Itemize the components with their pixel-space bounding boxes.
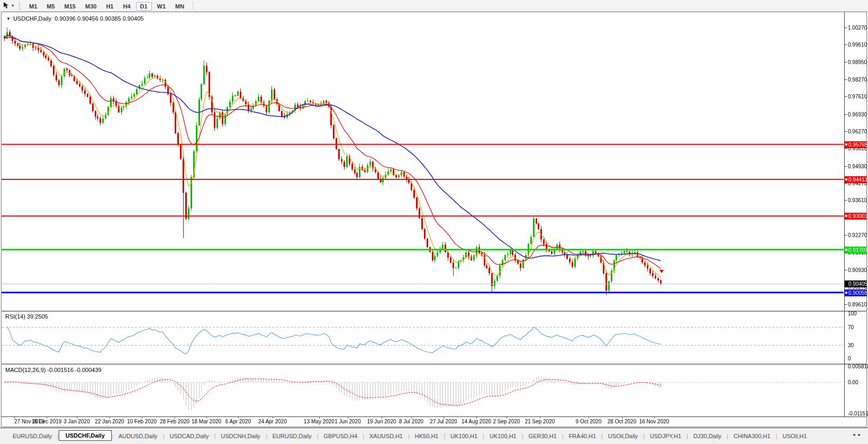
price-axis-tick	[845, 96, 847, 97]
price-line-label-notch	[845, 215, 847, 217]
tab-scroll-left-icon[interactable]: ◂	[853, 432, 858, 437]
rsi-axis-label: 70	[848, 324, 854, 330]
price-axis-tick	[845, 131, 847, 132]
price-line-label-notch	[845, 292, 847, 294]
time-axis-label: 19 Jun 2020	[367, 419, 396, 424]
price-line-label: 0.90405	[845, 280, 867, 287]
tab-9-UK100-H1[interactable]: UK100,H1	[445, 432, 483, 440]
time-axis-label: 10 Feb 2020	[127, 419, 157, 424]
tab-14-USDJPY-H1[interactable]: USDJPY,H1	[645, 432, 686, 440]
rsi-axis-label: 0	[848, 356, 851, 361]
price-axis-tick	[845, 270, 847, 270]
time-axis-label: 27 Jul 2020	[430, 419, 457, 424]
macd-axis-label: 0.00	[848, 379, 858, 385]
price-axis-tick	[845, 200, 847, 201]
price-axis-tick	[845, 79, 847, 80]
price-axis-label: 0.96930	[848, 112, 867, 117]
rsi-axis-label: 100	[848, 311, 857, 316]
down-arrow-marker	[659, 270, 664, 273]
time-axis-label: 13 May 2020	[304, 419, 334, 424]
tab-1-USDCHF-Daily[interactable]: USDCHF,Daily	[59, 430, 112, 441]
time-axis-line	[1, 416, 867, 417]
price-axis-tick	[845, 44, 847, 45]
tab-10-UK100-H1[interactable]: UK100,H1	[484, 432, 522, 440]
price-axis-label: 0.98270	[848, 77, 867, 83]
tab-6-GBPUSD-H4[interactable]: GBPUSD,H4	[319, 432, 363, 440]
tab-3-USDCAD-Daily[interactable]: USDCAD,Daily	[164, 432, 214, 440]
time-axis-label: 24 Apr 2020	[258, 419, 287, 424]
tab-15-DJ30-Daily[interactable]: DJ30,Daily	[688, 432, 727, 440]
macd-axis-label: -0.011514	[848, 411, 868, 416]
time-axis-label: 21 Sep 2020	[525, 419, 555, 424]
tab-scroll-arrows: ◂▸	[853, 432, 864, 437]
price-line-label: 0.90055	[845, 289, 867, 296]
tab-7-XAUUSD-H1[interactable]: XAUUSD,H1	[364, 432, 408, 440]
price-axis-tick	[845, 183, 847, 184]
price-axis-label: 0.92270	[848, 232, 867, 238]
price-axis-label: 0.90930	[848, 267, 867, 273]
tab-16-CHINA300-H1[interactable]: CHINA300,H1	[728, 432, 776, 440]
time-axis-label: 18 Mar 2020	[192, 419, 221, 424]
time-axis-label: 6 Apr 2020	[225, 419, 251, 424]
price-line-label: 0.95765	[845, 141, 867, 148]
price-axis-label: 0.94930	[848, 164, 867, 169]
pane-separator-rsi[interactable]	[1, 311, 867, 312]
time-axis-label: 16 Nov 2020	[639, 419, 670, 424]
price-axis-label: 0.98950	[848, 59, 867, 65]
price-line-label: 0.91709	[845, 247, 867, 253]
macd-values: -0.001516 -0.000439	[47, 367, 101, 373]
price-axis-label: 0.93610	[848, 197, 867, 203]
rsi-indicator-label: RSI(14) 39.2505	[5, 313, 48, 320]
price-axis-tick	[845, 28, 847, 28]
tab-0-EURUSD-Daily[interactable]: EURUSD,Daily	[7, 432, 57, 440]
tab-11-GER30-H1[interactable]: GER30,H1	[523, 432, 562, 440]
price-axis-label: 0.96270	[848, 129, 867, 134]
tab-scroll-right-icon[interactable]: ▸	[858, 432, 864, 437]
tab-8-HK50-H1[interactable]: HK50,H1	[410, 432, 444, 440]
chart-plot-canvas[interactable]	[0, 0, 868, 444]
price-axis-label: 0.97610	[848, 94, 867, 99]
rsi-axis-label: 30	[848, 342, 854, 348]
chart-title: ▼USDCHF,Daily 0.90396 0.90456 0.90385 0.…	[6, 15, 143, 22]
time-axis-label: 2 Sep 2020	[493, 419, 520, 424]
time-axis-label: 22 Jan 2020	[95, 419, 124, 424]
tab-5-EURUSD-Daily[interactable]: EURUSD,Daily	[267, 432, 317, 440]
price-axis-tick	[845, 304, 847, 305]
time-axis-label: 1 Jun 2020	[334, 419, 361, 424]
price-line-label: 0.93001	[845, 213, 867, 220]
price-line-label-notch	[845, 249, 847, 251]
chart-collapse-icon[interactable]: ▼	[6, 16, 11, 21]
price-axis-label: 1.00270	[848, 25, 867, 31]
price-axis-tick	[845, 62, 847, 62]
time-axis-label: 28 Feb 2020	[160, 419, 189, 424]
macd-indicator-label: MACD(12,26,9) -0.001516 -0.000439	[5, 367, 102, 373]
time-axis-label: 14 Aug 2020	[462, 419, 491, 424]
chart-ohlc-values: 0.90396 0.90456 0.90385 0.90405	[55, 15, 143, 22]
chart-symbol-label: USDCHF,Daily	[13, 15, 51, 22]
price-line-label: 0.94413	[845, 176, 867, 183]
price-axis-tick	[845, 235, 847, 235]
price-axis-tick	[845, 114, 847, 115]
pane-separator-macd[interactable]	[1, 364, 867, 365]
price-axis-label: 0.99610	[848, 42, 867, 48]
price-axis-tick	[845, 148, 847, 149]
time-axis-label: 3 Jan 2020	[64, 419, 90, 424]
tab-13-USOil-Daily[interactable]: USOil,Daily	[603, 432, 643, 440]
time-axis-label: 16 Dec 2019	[32, 419, 62, 424]
price-axis-tick	[845, 166, 847, 167]
tab-4-USDCNH-Daily[interactable]: USDCNH,Daily	[215, 432, 266, 440]
tab-2-AUDUSD-Daily[interactable]: AUDUSD,Daily	[113, 432, 163, 440]
tab-17-USOil-H1[interactable]: USOil,H1	[777, 432, 812, 440]
tab-12-FRA40-H1[interactable]: FRA40,H1	[564, 432, 601, 440]
time-axis-label: 28 Oct 2020	[608, 419, 636, 424]
price-axis-label: 0.89610	[848, 302, 867, 307]
rsi-value: 39.2505	[27, 313, 48, 320]
price-line-label-notch	[845, 178, 847, 180]
macd-axis-label: 0.005818	[848, 364, 868, 369]
time-axis-label: 9 Oct 2020	[576, 419, 602, 424]
price-line-label-notch	[845, 143, 847, 146]
time-axis-label: 8 Jul 2020	[399, 419, 423, 424]
bottom-tab-bar: EURUSD,Daily|USDCHF,Daily|AUDUSD,Daily|U…	[0, 428, 868, 444]
